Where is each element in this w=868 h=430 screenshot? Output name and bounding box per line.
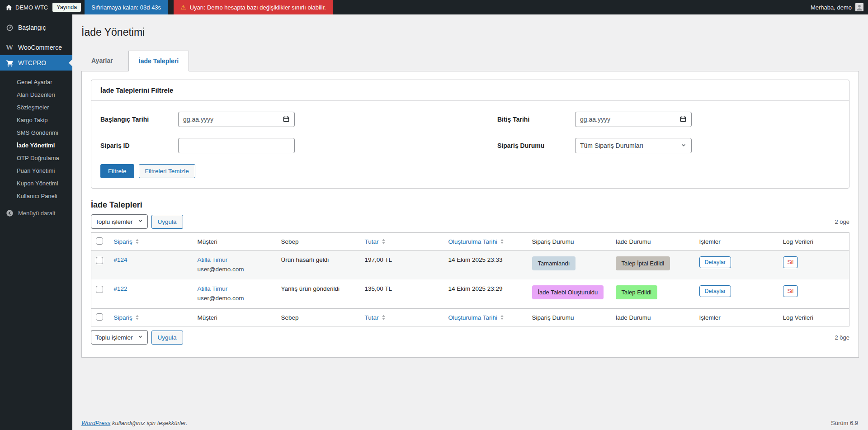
sidebar-item-baslangic[interactable]: Başlangıç (0, 20, 72, 35)
table-header: SiparişMüşteriSebepTutarOluşturulma Tari… (91, 233, 849, 250)
column-header-log-verileri: Log Verileri (778, 233, 849, 250)
column-header-siparis-durumu: Sipariş Durumu (528, 309, 611, 326)
amount-cell: 197,00 TL (360, 250, 444, 280)
row-checkbox[interactable] (96, 286, 103, 293)
return-status-badge: Talep İptal Edildi (616, 256, 670, 270)
order-id-label: Sipariş ID (100, 142, 178, 149)
table-body: #124Atilla Timuruser@demo.comÜrün hasarl… (91, 250, 849, 309)
details-button[interactable]: Detaylar (699, 285, 731, 297)
reason-cell: Ürün hasarlı geldi (277, 250, 360, 280)
column-header-iade-durumu: İade Durumu (611, 309, 695, 326)
customer-link[interactable]: Atilla Timur (198, 285, 228, 292)
column-header-islemler: İşlemler (695, 233, 778, 250)
cart-icon (5, 59, 14, 67)
wp-home-button[interactable]: DEMO WTC (0, 0, 52, 14)
list-title: İade Talepleri (91, 200, 849, 210)
clear-filters-button[interactable]: Filtreleri Temizle (139, 164, 195, 178)
column-header-tutar[interactable]: Tutar (360, 233, 444, 250)
sidebar-menu: Başlangıç W WooCommerce WTCPRO (0, 20, 72, 71)
tab-iade-talepleri[interactable]: İade Talepleri (128, 51, 189, 71)
column-header-log-verileri: Log Verileri (778, 309, 849, 326)
bulk-actions-top: Toplu işlemler Uygula 2 öge (91, 214, 849, 229)
column-header-siparis[interactable]: Sipariş (109, 233, 193, 250)
avatar[interactable] (855, 3, 863, 11)
start-date-input[interactable]: gg.aa.yyyy (178, 112, 295, 127)
sidebar-subitem-iade-yonetimi[interactable]: İade Yönetimi (0, 139, 72, 152)
reason-cell: Yanlış ürün gönderildi (277, 279, 360, 309)
customer-email: user@demo.com (198, 266, 272, 273)
column-header-tutar[interactable]: Tutar (360, 309, 444, 326)
tab-panel: İade Taleplerini Filtrele Başlangıç Tari… (81, 71, 859, 358)
return-status-badge: Talep Edildi (616, 285, 658, 299)
sidebar-item-woocommerce[interactable]: W WooCommerce (0, 40, 72, 55)
sidebar-subitem-genel-ayarlar[interactable]: Genel Ayarlar (0, 76, 72, 89)
chevron-down-icon (137, 334, 143, 341)
column-header-olusturulma-tarihi[interactable]: Oluşturulma Tarihi (444, 233, 528, 250)
order-status-label: Sipariş Durumu (497, 142, 575, 149)
calendar-icon (283, 115, 290, 124)
select-all-checkbox[interactable] (96, 237, 103, 245)
bulk-action-select[interactable]: Toplu işlemler (91, 214, 148, 229)
end-date-label: Bitiş Tarihi (497, 116, 575, 123)
wordpress-link[interactable]: WordPress (81, 420, 110, 426)
column-header-siparis[interactable]: Sipariş (109, 309, 193, 326)
column-header-musteri: Müşteri (193, 309, 277, 326)
delete-log-button[interactable]: Sil (783, 285, 798, 297)
table-footer-row: SiparişMüşteriSebepTutarOluşturulma Tari… (91, 309, 849, 326)
return-requests-table: SiparişMüşteriSebepTutarOluşturulma Tari… (91, 232, 849, 326)
sidebar-subitem-alan-duzenleri[interactable]: Alan Düzenleri (0, 89, 72, 101)
column-header-siparis-durumu: Sipariş Durumu (528, 233, 611, 250)
sort-icon (135, 314, 139, 321)
warning-text: Uyarı: Demo hesapta bazı değişiklikler s… (190, 4, 326, 11)
customer-link[interactable]: Atilla Timur (198, 256, 228, 263)
row-checkbox[interactable] (96, 257, 103, 264)
collapse-arrow-icon (5, 209, 14, 217)
created-date-cell: 14 Ekim 2025 23:33 (444, 250, 528, 280)
sidebar-item-label: WooCommerce (18, 44, 62, 51)
sidebar-submenu: Genel AyarlarAlan DüzenleriSözleşmelerKa… (0, 71, 72, 203)
bulk-actions-bottom: Toplu işlemler Uygula 2 öge (91, 330, 849, 345)
order-link[interactable]: #122 (114, 285, 127, 292)
select-all-checkbox[interactable] (96, 313, 103, 321)
sidebar-subitem-puan-yonetimi[interactable]: Puan Yönetimi (0, 165, 72, 177)
column-header-olusturulma-tarihi[interactable]: Oluşturulma Tarihi (444, 309, 528, 326)
sort-icon (500, 314, 504, 321)
sidebar-item-wtcpro[interactable]: WTCPRO (0, 55, 72, 71)
end-date-input[interactable]: gg.aa.yyyy (575, 112, 692, 127)
order-status-select[interactable]: Tüm Sipariş Durumları (575, 138, 692, 153)
home-icon (5, 4, 12, 11)
reset-timer: Sıfırlamaya kalan: 03d 43s (85, 0, 168, 14)
dashboard-icon (5, 24, 14, 32)
sidebar-subitem-sozlesmeler[interactable]: Sözleşmeler (0, 101, 72, 114)
order-id-input[interactable] (178, 138, 295, 153)
woocommerce-icon: W (5, 43, 14, 52)
table-header-row: SiparişMüşteriSebepTutarOluşturulma Tari… (91, 233, 849, 250)
filter-title: İade Taleplerini Filtrele (91, 80, 849, 101)
sidebar-subitem-kupon-yonetimi[interactable]: Kupon Yönetimi (0, 177, 72, 190)
admin-footer: WordPress kullandığınız için teşekkürler… (81, 420, 858, 426)
created-date-cell: 14 Ekim 2025 23:29 (444, 279, 528, 309)
delete-log-button[interactable]: Sil (783, 256, 798, 268)
filter-button[interactable]: Filtrele (100, 164, 134, 178)
apply-button[interactable]: Uygula (151, 331, 183, 345)
sidebar-subitem-otp-dogrulama[interactable]: OTP Doğrulama (0, 152, 72, 165)
apply-button[interactable]: Uygula (151, 215, 183, 229)
tab-ayarlar[interactable]: Ayarlar (81, 51, 123, 71)
bulk-action-select[interactable]: Toplu işlemler (91, 330, 148, 345)
details-button[interactable]: Detaylar (699, 256, 731, 268)
admin-sidebar: Başlangıç W WooCommerce WTCPRO Genel Aya… (0, 14, 72, 430)
collapse-menu-button[interactable]: Menüyü daralt (0, 205, 72, 221)
amount-cell: 135,00 TL (360, 279, 444, 309)
sidebar-subitem-kullanici-paneli[interactable]: Kullanıcı Paneli (0, 190, 72, 203)
column-header-islemler: İşlemler (695, 309, 778, 326)
page-title: İade Yönetimi (81, 25, 868, 39)
version-text: Sürüm 6.9 (831, 420, 858, 426)
sidebar-item-label: WTCPRO (18, 59, 46, 66)
chevron-down-icon (680, 142, 687, 150)
column-header-sebep: Sebep (277, 309, 360, 326)
sidebar-subitem-kargo-takip[interactable]: Kargo Takip (0, 114, 72, 127)
sort-icon (382, 238, 386, 245)
sidebar-subitem-sms-gonderimi[interactable]: SMS Gönderimi (0, 127, 72, 139)
account-greeting[interactable]: Merhaba, demo (811, 4, 852, 11)
order-link[interactable]: #124 (114, 256, 127, 263)
